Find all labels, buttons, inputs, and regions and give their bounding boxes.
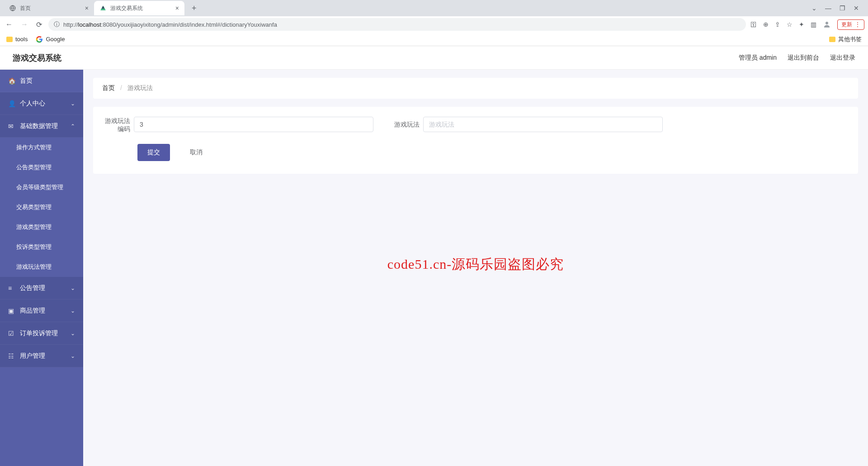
update-button[interactable]: 更新⋮ — [837, 19, 864, 30]
breadcrumb-current: 游戏玩法 — [127, 84, 153, 91]
profile-icon[interactable] — [823, 20, 831, 29]
sub-item-complaint-type[interactable]: 投诉类型管理 — [0, 237, 83, 257]
sidebar-item-notice[interactable]: ≡ 公告管理 ⌄ — [0, 277, 83, 300]
tab-title: 游戏交易系统 — [110, 5, 172, 12]
browser-tab-app[interactable]: 游戏交易系统 × — [94, 1, 184, 15]
check-icon: ☑ — [8, 330, 15, 337]
sidebar-item-personal[interactable]: 👤 个人中心 ⌄ — [0, 92, 83, 115]
label-code: 游戏玩法编码 — [102, 117, 134, 133]
chevron-up-icon: ⌃ — [71, 123, 75, 129]
chevron-down-icon: ⌄ — [71, 100, 75, 107]
watermark-text: code51.cn-源码乐园盗图必究 — [387, 255, 564, 274]
bookmark-other[interactable]: 其他书签 — [829, 35, 862, 43]
sub-item-trade-type[interactable]: 交易类型管理 — [0, 197, 83, 217]
browser-chrome: 首页 × 游戏交易系统 × + ⌄ — ❐ ✕ ← → ⟳ ⓘ http:// … — [0, 0, 868, 46]
addr-right-icons: ⚿ ⊕ ⇪ ☆ ✦ ▥ 更新⋮ — [750, 19, 864, 30]
submit-button[interactable]: 提交 — [137, 144, 170, 161]
browser-tab-home[interactable]: 首页 × — [4, 1, 94, 15]
window-controls: ⌄ — ❐ ✕ — [811, 5, 864, 12]
form-group-name: 游戏玩法 — [392, 117, 663, 133]
google-icon — [36, 36, 43, 43]
bookmark-bar: tools Google 其他书签 — [0, 33, 868, 46]
star-icon[interactable]: ☆ — [787, 21, 793, 28]
app-body: 🏠 首页 👤 个人中心 ⌄ ✉ 基础数据管理 ⌃ 操作方式管理 公告类型管理 会… — [0, 70, 868, 466]
sidebar-item-goods[interactable]: ▣ 商品管理 ⌄ — [0, 300, 83, 322]
form-card: 游戏玩法编码 游戏玩法 提交 取消 — [93, 107, 858, 174]
sub-item-gameplay[interactable]: 游戏玩法管理 — [0, 257, 83, 277]
folder-icon — [6, 37, 13, 42]
minimize-icon[interactable]: — — [825, 5, 831, 12]
chevron-down-icon: ⌄ — [71, 308, 75, 314]
breadcrumb-sep: / — [120, 84, 122, 91]
sub-item-game-type[interactable]: 游戏类型管理 — [0, 217, 83, 237]
submenu-basic-data: 操作方式管理 公告类型管理 会员等级类型管理 交易类型管理 游戏类型管理 投诉类… — [0, 138, 83, 277]
logout-link[interactable]: 退出登录 — [830, 54, 855, 62]
folder-icon — [829, 37, 835, 42]
close-icon[interactable]: × — [85, 5, 89, 12]
maximize-icon[interactable]: ❐ — [840, 5, 845, 12]
key-icon[interactable]: ⚿ — [750, 21, 757, 28]
to-front-link[interactable]: 退出到前台 — [788, 54, 819, 62]
site-info-icon[interactable]: ⓘ — [54, 20, 60, 29]
mail-icon: ✉ — [8, 123, 15, 130]
new-tab-button[interactable]: + — [188, 4, 200, 13]
sub-item-op-mode[interactable]: 操作方式管理 — [0, 138, 83, 157]
chevron-down-icon[interactable]: ⌄ — [811, 5, 817, 12]
breadcrumb: 首页 / 游戏玩法 — [93, 78, 858, 99]
reload-icon[interactable]: ⟳ — [34, 20, 44, 29]
chevron-down-icon: ⌄ — [71, 330, 75, 337]
header-right: 管理员 admin 退出到前台 退出登录 — [739, 54, 855, 62]
chevron-down-icon: ⌄ — [71, 285, 75, 291]
url-host: localhost — [78, 21, 101, 28]
form-actions: 提交 取消 — [102, 144, 849, 161]
main-content: 首页 / 游戏玩法 游戏玩法编码 游戏玩法 提交 取消 code51.cn-源码… — [83, 70, 868, 466]
url-scheme: http:// — [63, 21, 78, 28]
back-icon[interactable]: ← — [4, 20, 14, 29]
url-input[interactable]: ⓘ http:// localhost :8080/youxijiaoyixit… — [48, 18, 746, 31]
label-name: 游戏玩法 — [392, 117, 423, 132]
sidebar-item-user[interactable]: ☷ 用户管理 ⌄ — [0, 345, 83, 367]
zoom-icon[interactable]: ⊕ — [763, 21, 769, 28]
tab-title: 首页 — [20, 5, 81, 12]
sub-item-notice-type[interactable]: 公告类型管理 — [0, 157, 83, 177]
admin-label[interactable]: 管理员 admin — [739, 54, 777, 62]
forward-icon[interactable]: → — [19, 20, 30, 29]
sidebar-item-order-complaint[interactable]: ☑ 订单投诉管理 ⌄ — [0, 322, 83, 345]
sidebar-item-home[interactable]: 🏠 首页 — [0, 70, 83, 92]
breadcrumb-home[interactable]: 首页 — [102, 84, 115, 91]
input-code[interactable] — [134, 117, 373, 132]
user-icon: 👤 — [8, 100, 15, 107]
users-icon: ☷ — [8, 352, 15, 360]
box-icon: ▣ — [8, 307, 15, 314]
vue-icon — [99, 5, 107, 12]
chevron-down-icon: ⌄ — [71, 353, 75, 359]
tab-bar: 首页 × 游戏交易系统 × + ⌄ — ❐ ✕ — [0, 0, 868, 16]
svg-point-1 — [826, 22, 828, 24]
sub-item-member-level[interactable]: 会员等级类型管理 — [0, 177, 83, 197]
cancel-button[interactable]: 取消 — [180, 144, 212, 161]
share-icon[interactable]: ⇪ — [775, 21, 780, 28]
sidepanel-icon[interactable]: ▥ — [811, 21, 816, 28]
form-row: 游戏玩法编码 游戏玩法 — [102, 117, 849, 133]
extensions-icon[interactable]: ✦ — [799, 21, 804, 28]
globe-icon — [9, 5, 16, 12]
app-header: 游戏交易系统 管理员 admin 退出到前台 退出登录 — [0, 46, 868, 70]
address-bar: ← → ⟳ ⓘ http:// localhost :8080/youxijia… — [0, 16, 868, 33]
app-title: 游戏交易系统 — [13, 52, 61, 63]
close-icon[interactable]: × — [175, 5, 179, 12]
home-icon: 🏠 — [8, 77, 15, 85]
sidebar-item-basic-data[interactable]: ✉ 基础数据管理 ⌃ — [0, 115, 83, 138]
close-window-icon[interactable]: ✕ — [854, 5, 859, 12]
list-icon: ≡ — [8, 285, 15, 292]
sidebar: 🏠 首页 👤 个人中心 ⌄ ✉ 基础数据管理 ⌃ 操作方式管理 公告类型管理 会… — [0, 70, 83, 466]
bookmark-google[interactable]: Google — [36, 36, 65, 43]
bookmark-tools[interactable]: tools — [6, 36, 28, 43]
form-group-code: 游戏玩法编码 — [102, 117, 373, 133]
input-name[interactable] — [423, 117, 663, 132]
url-path: :8080/youxijiaoyixitong/admin/dist/index… — [101, 21, 277, 28]
